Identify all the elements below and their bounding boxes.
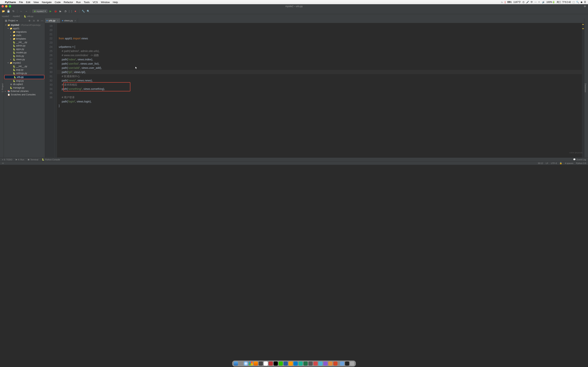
- status-menu-icon[interactable]: ▭: [2, 162, 4, 164]
- tree-mysite2[interactable]: ▼📁mysite2: [4, 61, 45, 65]
- tool-python-console[interactable]: 🐍 Python Console: [42, 158, 60, 161]
- back-icon[interactable]: ←: [19, 9, 23, 13]
- menu-window[interactable]: Window: [101, 1, 110, 4]
- cursor-position[interactable]: 30:12: [538, 162, 543, 164]
- bt-icon[interactable]: ⋯: [534, 1, 537, 3]
- code-area[interactable]: from app01 import views urlpatterns = [ …: [57, 23, 582, 158]
- menu-vcs[interactable]: VCS: [93, 1, 98, 4]
- tree-init2[interactable]: 🐍__init__.py: [4, 65, 45, 68]
- line-separator[interactable]: LF: [546, 162, 548, 164]
- crumb-root[interactable]: mysite2: [2, 15, 9, 17]
- run-config-selector[interactable]: ▣ mysite2 ▾: [32, 9, 47, 13]
- tree-static[interactable]: ▸📁static: [4, 34, 45, 37]
- menu-refactor[interactable]: Refactor: [64, 1, 73, 4]
- tree-urls[interactable]: 🐍urls.py: [5, 75, 44, 79]
- tree-apps[interactable]: 🐍apps.py: [4, 47, 45, 51]
- mic-icon[interactable]: 🎤: [526, 1, 529, 3]
- tree-migrations[interactable]: ▸📁migrations: [4, 30, 45, 34]
- tree-views[interactable]: ▸🐍views.py: [4, 58, 45, 61]
- tree-db[interactable]: 🗎db.sqlite3: [4, 83, 45, 86]
- menu-help[interactable]: Help: [113, 1, 118, 4]
- indent[interactable]: 4 spaces: [565, 162, 573, 164]
- input-icon[interactable]: ㊥: [522, 0, 525, 4]
- zoom-window[interactable]: [9, 5, 11, 8]
- debug-icon[interactable]: 🐞: [54, 9, 57, 13]
- close-icon[interactable]: ×: [57, 19, 58, 22]
- crosshair-icon[interactable]: ✥: [584, 5, 586, 8]
- tree-extlib[interactable]: ▸📚External Libraries: [4, 90, 45, 93]
- crumb-file[interactable]: urls.py: [27, 15, 33, 17]
- lang-icon[interactable]: 中: [531, 0, 533, 4]
- code-editor[interactable]: 192021222324252627282930313233343536 fro…: [45, 23, 584, 158]
- forward-icon[interactable]: →: [24, 9, 28, 13]
- tree-manage[interactable]: 🐍manage.py: [4, 86, 45, 90]
- warning-marker[interactable]: [582, 28, 584, 29]
- pause-icon[interactable]: ‖: [505, 1, 506, 3]
- tab-views[interactable]: views.py×: [61, 18, 78, 23]
- menu-tools[interactable]: Tools: [84, 1, 90, 4]
- menu-run[interactable]: Run: [76, 1, 81, 4]
- minimize-icon[interactable]: —: [41, 19, 44, 22]
- tree-init1[interactable]: 🐍__init__.py: [4, 41, 45, 44]
- app-icon[interactable]: ⬚: [572, 1, 575, 3]
- line-gutter[interactable]: 192021222324252627282930313233343536: [45, 23, 55, 158]
- spotlight-icon[interactable]: 🔍: [576, 1, 579, 3]
- tree-templates[interactable]: ▸📁templates: [4, 37, 45, 41]
- tree-root[interactable]: ▼📁mysite2~/PycharmProjects/gx: [4, 23, 45, 27]
- tree-settings[interactable]: 🐍settings.py: [4, 72, 45, 75]
- tree-scratches[interactable]: 📋Scratches and Consoles: [4, 93, 45, 96]
- encoding[interactable]: UTF-8: [551, 162, 557, 164]
- project-title[interactable]: Project: [8, 19, 15, 22]
- tree-wsgi[interactable]: 🐍wsgi.py: [4, 79, 45, 83]
- menu-view[interactable]: View: [33, 1, 39, 4]
- settings-icon[interactable]: 🔧: [81, 9, 85, 13]
- profile-icon[interactable]: ◔: [64, 9, 67, 13]
- readonly-icon[interactable]: 🔓: [560, 162, 562, 164]
- open-icon[interactable]: 📂: [1, 9, 5, 13]
- warning-marker[interactable]: [582, 24, 584, 25]
- fold-gutter[interactable]: [55, 23, 57, 158]
- tool-todo[interactable]: ≡ 6: TODO: [2, 158, 12, 161]
- minimize-window[interactable]: [5, 5, 8, 8]
- menu-navigate[interactable]: Navigate: [42, 1, 52, 4]
- tool-terminal[interactable]: ▣ Terminal: [27, 158, 38, 161]
- chevron-down-icon[interactable]: ▾: [17, 19, 17, 22]
- menu-file[interactable]: File: [19, 1, 23, 4]
- project-tree[interactable]: ▼📁mysite2~/PycharmProjects/gx ▼📁app01 ▸📁…: [4, 23, 45, 158]
- coverage-icon[interactable]: ▶̣: [59, 9, 62, 13]
- tree-asgi[interactable]: 🐍asgi.py: [4, 68, 45, 72]
- target-icon[interactable]: ⊕: [28, 19, 31, 22]
- siri-icon[interactable]: ◉: [580, 1, 582, 3]
- interpreter[interactable]: Python 3.9: [576, 162, 586, 164]
- tool-run[interactable]: ▶ 4: Run: [16, 158, 24, 161]
- stop-icon[interactable]: ■: [73, 9, 77, 13]
- tree-admin[interactable]: 🐍admin.py: [4, 44, 45, 47]
- menu-edit[interactable]: Edit: [26, 1, 30, 4]
- save-icon[interactable]: 💾: [7, 9, 10, 13]
- marker-bar[interactable]: [582, 23, 584, 158]
- close-window[interactable]: [1, 5, 4, 8]
- search-icon[interactable]: 🔍: [86, 9, 90, 13]
- status-icon[interactable]: ♨: [501, 1, 503, 3]
- stripe-project[interactable]: 1: Project: [1, 19, 4, 156]
- gear-icon[interactable]: ⚙: [36, 19, 39, 22]
- sync-icon[interactable]: ↻: [11, 9, 15, 13]
- tree-models[interactable]: 🐍models.py: [4, 51, 45, 54]
- close-icon[interactable]: ×: [75, 19, 76, 22]
- tree-app01[interactable]: ▼📁app01: [4, 27, 45, 30]
- crumb-folder[interactable]: mysite2: [13, 15, 20, 17]
- app-name[interactable]: PyCharm: [5, 1, 16, 4]
- volume-icon[interactable]: 🔊: [542, 1, 545, 3]
- tab-urls[interactable]: urls.py×: [45, 18, 61, 23]
- notif-icon[interactable]: ☰: [584, 1, 586, 3]
- menu-code[interactable]: Code: [55, 1, 61, 4]
- tool-event-log[interactable]: 💬 Event Log: [573, 158, 586, 161]
- concurrency-icon[interactable]: ⋮⋮: [69, 9, 72, 13]
- wifi-icon[interactable]: ᯤ: [538, 1, 541, 3]
- battery[interactable]: 100% 🔋: [546, 1, 555, 3]
- stripe-database[interactable]: Database: [584, 19, 587, 156]
- expand-icon[interactable]: ⇲: [32, 19, 35, 22]
- keyboard-icon[interactable]: ⌨ 1: [507, 1, 512, 3]
- tree-tests[interactable]: 🐍tests.py: [4, 54, 45, 58]
- clock[interactable]: 周三 下午2:42: [557, 0, 571, 4]
